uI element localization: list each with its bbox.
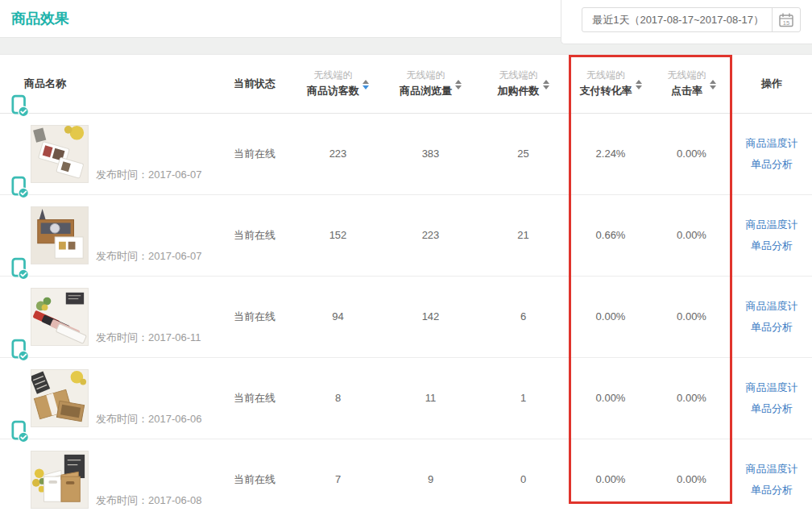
column-header-subtitle: 无线端的 — [498, 68, 540, 83]
column-header-status: 当前状态 — [218, 55, 292, 113]
ctr-value: 0.00% — [652, 113, 731, 194]
status-text: 当前在线 — [218, 194, 292, 276]
column-header-product-name: 商品名称 — [0, 55, 218, 113]
table-header-row: 商品名称 当前状态 无线端的 商品访客数 无线端的 商品浏览量 — [0, 55, 812, 113]
views-value: 223 — [384, 194, 477, 276]
svg-text:15: 15 — [783, 19, 789, 26]
product-thumbnail[interactable] — [31, 451, 89, 509]
page-title: 商品效果 — [11, 9, 69, 28]
cart-adds-value: 25 — [477, 113, 570, 194]
cart-adds-value: 21 — [477, 194, 570, 276]
pay-conversion-value: 0.66% — [570, 194, 652, 276]
visitors-value: 8 — [292, 357, 384, 439]
column-header-cart-adds[interactable]: 无线端的 加购件数 — [477, 55, 570, 113]
column-header-pay-conversion[interactable]: 无线端的 支付转化率 — [570, 55, 652, 113]
products-table-card: 商品名称 当前状态 无线端的 商品访客数 无线端的 商品浏览量 — [0, 54, 812, 520]
product-thumbnail[interactable] — [31, 206, 89, 264]
link-product-thermometer[interactable]: 商品温度计 — [731, 296, 812, 317]
cart-adds-value: 0 — [477, 439, 570, 520]
link-product-thermometer[interactable]: 商品温度计 — [731, 214, 812, 235]
column-header-actions: 操作 — [731, 55, 812, 113]
product-thumbnail[interactable] — [31, 125, 89, 183]
column-header-subtitle: 无线端的 — [400, 68, 452, 83]
product-thumbnail[interactable] — [31, 288, 89, 346]
link-product-thermometer[interactable]: 商品温度计 — [731, 133, 812, 154]
sort-arrows-icon[interactable] — [362, 80, 369, 89]
visitors-value: 223 — [292, 113, 384, 194]
mobile-verified-icon — [11, 176, 29, 202]
visitors-value: 152 — [292, 194, 384, 276]
publish-date: 发布时间：2017-06-08 — [96, 493, 202, 508]
date-range-label: 最近1天（2017-08-17~2017-08-17） — [582, 8, 772, 31]
column-header-subtitle: 无线端的 — [307, 68, 359, 83]
visitors-value: 7 — [292, 439, 384, 520]
link-single-item-analysis[interactable]: 单品分析 — [731, 398, 812, 419]
link-single-item-analysis[interactable]: 单品分析 — [731, 317, 812, 338]
mobile-verified-icon — [11, 257, 29, 283]
views-value: 383 — [384, 113, 477, 194]
pay-conversion-value: 0.00% — [570, 357, 652, 439]
views-value: 142 — [384, 276, 477, 357]
publish-date: 发布时间：2017-06-06 — [96, 412, 202, 426]
product-thumbnail[interactable] — [31, 369, 89, 427]
ctr-value: 0.00% — [652, 439, 731, 520]
mobile-verified-icon — [11, 339, 29, 364]
sort-arrows-icon[interactable] — [455, 80, 462, 89]
link-single-item-analysis[interactable]: 单品分析 — [731, 480, 812, 501]
visitors-value: 94 — [292, 276, 384, 357]
column-header-ctr[interactable]: 无线端的 点击率 — [652, 55, 731, 113]
views-value: 11 — [384, 357, 477, 439]
table-row: 发布时间：2017-06-11 当前在线 94 142 6 0.00% 0.00… — [0, 276, 812, 357]
column-header-visitors[interactable]: 无线端的 商品访客数 — [292, 55, 384, 113]
table-row: 发布时间：2017-06-08 当前在线 7 9 0 0.00% 0.00% 商… — [0, 439, 812, 520]
date-range-button[interactable]: 最近1天（2017-08-17~2017-08-17） 15 — [582, 7, 801, 32]
link-single-item-analysis[interactable]: 单品分析 — [731, 235, 812, 256]
publish-date: 发布时间：2017-06-07 — [96, 168, 202, 182]
products-table: 商品名称 当前状态 无线端的 商品访客数 无线端的 商品浏览量 — [0, 55, 812, 520]
table-row: 发布时间：2017-06-07 当前在线 223 383 25 2.24% 0.… — [0, 113, 812, 194]
pay-conversion-value: 0.00% — [570, 439, 652, 520]
sort-arrows-icon[interactable] — [543, 80, 549, 89]
publish-date: 发布时间：2017-06-07 — [96, 249, 202, 264]
date-filter-panel: 最近1天（2017-08-17~2017-08-17） 15 — [561, 0, 812, 44]
mobile-verified-icon — [11, 420, 29, 446]
pay-conversion-value: 0.00% — [570, 276, 652, 357]
table-row: 发布时间：2017-06-06 当前在线 8 11 1 0.00% 0.00% … — [0, 357, 812, 439]
status-text: 当前在线 — [218, 113, 292, 194]
link-single-item-analysis[interactable]: 单品分析 — [731, 154, 812, 175]
mobile-verified-icon — [11, 94, 29, 120]
pay-conversion-value: 2.24% — [570, 113, 652, 194]
status-text: 当前在线 — [218, 276, 292, 357]
views-value: 9 — [384, 439, 477, 520]
ctr-value: 0.00% — [652, 194, 731, 276]
table-row: 发布时间：2017-06-07 当前在线 152 223 21 0.66% 0.… — [0, 194, 812, 276]
column-header-subtitle: 无线端的 — [668, 68, 706, 83]
calendar-icon[interactable]: 15 — [772, 8, 800, 31]
column-header-views[interactable]: 无线端的 商品浏览量 — [384, 55, 477, 113]
ctr-value: 0.00% — [652, 276, 731, 357]
link-product-thermometer[interactable]: 商品温度计 — [731, 459, 812, 480]
sort-arrows-icon[interactable] — [710, 80, 716, 89]
status-text: 当前在线 — [218, 439, 292, 520]
cart-adds-value: 6 — [477, 276, 570, 357]
status-text: 当前在线 — [218, 357, 292, 439]
ctr-value: 0.00% — [652, 357, 731, 439]
cart-adds-value: 1 — [477, 357, 570, 439]
publish-date: 发布时间：2017-06-11 — [96, 331, 201, 345]
column-header-subtitle: 无线端的 — [580, 68, 632, 83]
sort-arrows-icon[interactable] — [636, 80, 642, 89]
link-product-thermometer[interactable]: 商品温度计 — [731, 377, 812, 398]
